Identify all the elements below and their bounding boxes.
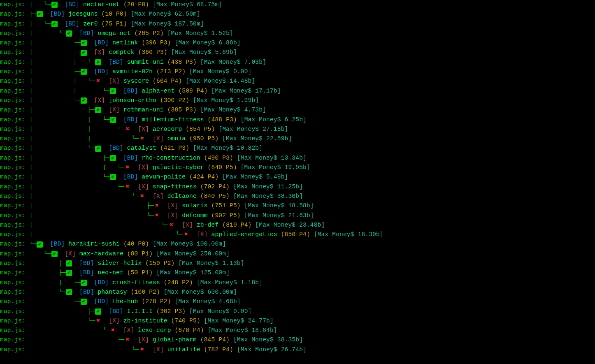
tree-connector: | └─ — [29, 29, 66, 38]
server-name: max-hardware — [79, 249, 123, 259]
server-level-ports: (840 P5) — [197, 192, 233, 201]
backdoor-tag: [BD] — [91, 38, 112, 48]
tree-connector: └─ — [29, 335, 124, 345]
locked-tag: [X] — [135, 182, 153, 192]
server-name: neo-net — [98, 268, 123, 278]
server-row: map.js: | ├─✔ [BD] avmnite-02h (213 P2) … — [0, 67, 595, 77]
server-row: map.js: | └─✔ [BD] catalyst (421 P3) [Ma… — [0, 144, 595, 153]
max-money: [Max Money$ 27.18b] — [218, 125, 288, 134]
backdoor-tag: [BD] — [46, 9, 68, 19]
max-money: [Max Money$ 250.00m] — [156, 249, 230, 259]
x-icon: ✖ — [125, 125, 131, 134]
check-icon: ✔ — [81, 97, 87, 104]
backdoor-tag: [BD] — [61, 0, 83, 9]
tree-connector: | | └─ — [29, 86, 110, 96]
script-prefix: map.js: — [0, 192, 29, 201]
server-row: map.js: ├─✔ [BD] neo-net (50 P1) [Max Mo… — [0, 268, 595, 278]
server-level-ports: (424 P4) — [186, 172, 222, 182]
server-level-ports: (678 P4) — [171, 326, 208, 335]
max-money: [Max Money$ 6.25b] — [241, 115, 307, 125]
server-row: map.js: | └─✖ [X] zb-def (810 P4) [Max M… — [0, 220, 595, 230]
server-name: summit-uni — [127, 58, 164, 67]
backdoor-tag: [BD] — [76, 29, 98, 38]
max-money: [Max Money$ 21.63b] — [244, 211, 314, 220]
script-prefix: map.js: — [0, 86, 29, 96]
server-row: map.js: ├─✔ [BD] joesguns (10 P0) [Max M… — [0, 9, 595, 19]
server-level-ports: (205 P2) — [131, 29, 167, 38]
max-money: [Max Money$ 22.59b] — [222, 134, 292, 144]
server-name: lexo-corp — [138, 326, 171, 335]
script-prefix: map.js: — [0, 19, 29, 29]
server-level-ports: (850 P4) — [277, 230, 314, 239]
server-row: map.js: | └─✖ [X] deltaone (840 P5) [Max… — [0, 192, 595, 201]
check-icon: ✔ — [110, 117, 116, 123]
script-prefix: map.js: — [0, 211, 29, 220]
server-row: map.js: ├─✔ [BD] I.I.I.I (362 P3) [Max M… — [0, 307, 595, 316]
script-prefix: map.js: — [0, 307, 29, 316]
server-row: map.js: | └─✖ [X] snap-fitness (702 P4) … — [0, 182, 595, 192]
server-level-ports: (50 P1) — [123, 268, 156, 278]
script-prefix: map.js: — [0, 48, 29, 57]
backdoor-tag: [BD] — [120, 115, 142, 125]
max-money: [Max Money$ 10.82b] — [193, 144, 263, 153]
server-level-ports: (902 P5) — [208, 211, 244, 220]
server-name: joesguns — [68, 9, 98, 19]
server-level-ports: (488 P3) — [204, 115, 241, 125]
script-prefix: map.js: — [0, 201, 29, 211]
server-row: map.js: | | └─✔ [BD] millenium-fitness (… — [0, 115, 595, 125]
server-level-ports: (396 P3) — [138, 38, 174, 48]
server-name: applied-energetics — [212, 230, 277, 239]
server-level-ports: (421 P3) — [156, 144, 193, 153]
server-level-ports: (950 P5) — [186, 134, 222, 144]
server-row: map.js: | └─✔ [X] johnson-ortho (300 P2)… — [0, 96, 595, 105]
tree-connector: | | └─ — [29, 125, 124, 134]
tree-connector: | | └─ — [29, 115, 110, 125]
tree-connector: | | └─ — [29, 58, 95, 67]
max-money: [Max Money$ 14.48b] — [186, 77, 255, 86]
script-prefix: map.js: — [0, 153, 29, 163]
tree-connector: ├─ — [29, 307, 95, 316]
max-money: [Max Money$ 5.69b] — [171, 48, 237, 57]
server-name: unitalife — [167, 345, 200, 355]
server-row: map.js: | └─✔ [BD] aevum-police (424 P4)… — [0, 172, 595, 182]
server-name: crush-fitness — [112, 278, 160, 287]
max-money: [Max Money$ 17.17b] — [212, 86, 281, 96]
server-name: phantasy — [98, 287, 127, 297]
tree-connector: ├─ — [29, 9, 37, 19]
tree-connector: └─ — [29, 345, 139, 355]
server-row: map.js: | └─✔ [BD] zer0 (75 P1) [Max Mon… — [0, 19, 595, 29]
server-level-ports: (248 P2) — [160, 278, 197, 287]
max-money: [Max Money$ 0.00] — [189, 307, 251, 316]
server-row: map.js: ├─✔ [BD] silver-helix (150 P2) [… — [0, 259, 595, 268]
max-money: [Max Money$ 1.18b] — [197, 278, 263, 287]
tree-connector: └─ — [29, 326, 110, 335]
server-row: map.js: | └─✔ [BD] nectar-net (20 P0) [M… — [0, 0, 595, 9]
server-row: map.js: | ├─✔ [BD] netlink (396 P3) [Max… — [0, 38, 595, 48]
x-icon: ✖ — [154, 211, 160, 220]
locked-tag: [X] — [120, 326, 138, 335]
script-prefix: map.js: — [0, 335, 29, 345]
tree-connector: | └─ — [29, 220, 168, 230]
server-name: zb-institute — [123, 316, 167, 326]
tree-connector: | └─ — [29, 182, 124, 192]
check-icon: ✔ — [66, 260, 72, 267]
tree-connector: | | └─ — [29, 134, 139, 144]
server-name: harakiri-sushi — [68, 239, 120, 249]
server-row: map.js: | └─✖ [X] defcomm (902 P5) [Max … — [0, 211, 595, 220]
max-money: [Max Money$ 4.73b] — [200, 105, 266, 115]
locked-tag: [X] — [105, 77, 123, 86]
check-icon: ✔ — [51, 2, 58, 8]
backdoor-tag: [BD] — [105, 58, 127, 67]
server-name: comptek — [109, 48, 134, 57]
script-prefix: map.js: — [0, 287, 29, 297]
server-level-ports: (100 P2) — [127, 287, 164, 297]
locked-tag: [X] — [193, 230, 212, 239]
check-icon: ✔ — [66, 289, 72, 295]
server-row: map.js: └─✔ [BD] harakiri-sushi (40 P0) … — [0, 239, 595, 249]
tree-connector: | └─ — [29, 230, 183, 239]
server-name: zer0 — [83, 19, 98, 29]
server-level-ports: (278 P2) — [138, 297, 174, 306]
locked-tag: [X] — [135, 125, 153, 134]
server-row: map.js: | | └─✔ [BD] summit-uni (438 P3)… — [0, 58, 595, 67]
script-prefix: map.js: — [0, 0, 29, 9]
